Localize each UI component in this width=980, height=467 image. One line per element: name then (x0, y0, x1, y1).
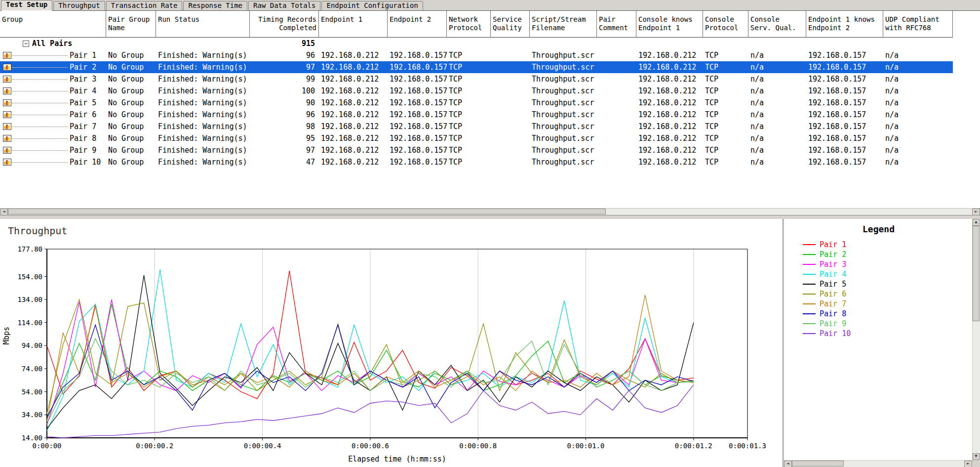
cell: Throughput.scr (530, 132, 597, 144)
cell: 192.168.0.157 (388, 144, 447, 156)
pair-icon (3, 52, 11, 59)
tab-test-setup[interactable]: Test Setup (1, 0, 52, 11)
pane-splitter[interactable] (0, 215, 980, 219)
scrollbar-thumb[interactable] (8, 209, 606, 214)
y-tick-label: 14.00 (22, 434, 42, 442)
cell: 192.168.0.212 (319, 49, 388, 61)
scroll-left-icon[interactable]: ◄ (0, 209, 8, 215)
scrollbar-thumb[interactable] (792, 461, 844, 467)
column-header[interactable]: Console knows Endpoint 1 (636, 11, 703, 38)
cell: TCP (447, 156, 491, 168)
cell: TCP (703, 49, 748, 61)
table-row-pair-3[interactable]: Pair 3No GroupFinished: Warning(s)99192.… (0, 73, 953, 85)
column-header[interactable]: Service Quality (491, 11, 530, 38)
table-row-pair-7[interactable]: Pair 7No GroupFinished: Warning(s)98192.… (0, 121, 953, 132)
column-header[interactable]: Script/Stream Filename (530, 11, 597, 38)
cell: TCP (703, 85, 748, 97)
tab-transaction-rate[interactable]: Transaction Rate (106, 1, 183, 10)
column-header[interactable]: Console Protocol (703, 11, 748, 38)
legend-entry: Pair 10 (803, 329, 851, 339)
tab-throughput[interactable]: Throughput (53, 1, 105, 10)
column-header[interactable]: UDP Compliant with RFC768 (883, 11, 953, 38)
cell: TCP (447, 97, 491, 109)
scroll-right-icon[interactable]: ► (972, 209, 980, 215)
scrollbar-thumb[interactable] (973, 226, 980, 321)
cell: n/a (748, 85, 806, 97)
pair-label: Pair 2 (70, 61, 96, 73)
tree-connector (12, 127, 68, 127)
cell (491, 97, 530, 109)
cell: TCP (703, 144, 748, 156)
tab-raw-data-totals[interactable]: Raw Data Totals (248, 1, 320, 10)
legend-vertical-scrollbar[interactable]: ▲ ▼ (972, 219, 980, 460)
table-row-pair-6[interactable]: Pair 6No GroupFinished: Warning(s)96192.… (0, 109, 953, 121)
cell: 192.168.0.157 (388, 121, 447, 132)
scrollbar-track[interactable] (973, 226, 980, 453)
cell: n/a (748, 121, 806, 132)
cell: n/a (883, 121, 953, 132)
cell: 192.168.0.212 (319, 61, 388, 73)
cell: 192.168.0.212 (636, 85, 703, 97)
column-header[interactable]: Pair Comment (597, 11, 636, 38)
cell: No Group (106, 156, 156, 168)
legend-entry: Pair 8 (803, 309, 851, 319)
y-tick-label: 74.00 (22, 365, 42, 373)
column-header[interactable]: Endpoint 1 knows Endpoint 2 (806, 11, 883, 38)
cell (597, 49, 636, 61)
scroll-left-icon[interactable]: ◄ (784, 461, 792, 467)
table-row-all-pairs[interactable]: −All Pairs915 (0, 38, 953, 49)
scrollbar-track[interactable] (8, 209, 972, 215)
cell: TCP (447, 109, 491, 121)
scrollbar-track[interactable] (792, 461, 964, 467)
legend-label: Pair 2 (820, 250, 846, 259)
group-cell: Pair 8 (0, 132, 106, 144)
tab-endpoint-configuration[interactable]: Endpoint Configuration (321, 1, 423, 10)
cell: Finished: Warning(s) (156, 61, 250, 73)
table-horizontal-scrollbar[interactable]: ◄ ► (0, 208, 980, 215)
column-header[interactable]: Endpoint 1 (319, 11, 388, 38)
column-header[interactable]: Pair Group Name (106, 11, 156, 38)
legend-horizontal-scrollbar[interactable]: ◄ ► (784, 460, 972, 467)
throughput-chart: 177.80154.00134.00114.0094.0074.0054.003… (0, 219, 783, 467)
cell: 192.168.0.212 (319, 132, 388, 144)
table-row-pair-4[interactable]: Pair 4No GroupFinished: Warning(s)100192… (0, 85, 953, 97)
column-header[interactable]: Console Serv. Qual. (748, 11, 806, 38)
column-header[interactable]: Network Protocol (447, 11, 491, 38)
column-header[interactable]: Endpoint 2 (388, 11, 447, 38)
cell: 915 (250, 38, 319, 49)
tree-connector (12, 79, 68, 80)
y-tick-label: 94.00 (22, 341, 42, 349)
x-tick-label: 0:00:01.0 (567, 442, 605, 450)
cell: Finished: Warning(s) (156, 121, 250, 132)
table-row-pair-9[interactable]: Pair 9No GroupFinished: Warning(s)97192.… (0, 144, 953, 156)
column-header[interactable]: Group (0, 11, 106, 38)
table-row-pair-2[interactable]: Pair 2No GroupFinished: Warning(s)97192.… (0, 61, 953, 73)
legend-line-sample (803, 254, 816, 255)
cell (447, 38, 491, 49)
group-cell: Pair 2 (0, 61, 106, 73)
cell: 192.168.0.157 (806, 73, 883, 85)
table-body: −All Pairs915 Pair 1No GroupFinished: Wa… (0, 38, 980, 168)
table-row-pair-5[interactable]: Pair 5No GroupFinished: Warning(s)90192.… (0, 97, 953, 109)
pair-icon (3, 111, 11, 118)
cell: Throughput.scr (530, 109, 597, 121)
table-row-pair-10[interactable]: Pair 10No GroupFinished: Warning(s)47192… (0, 156, 953, 168)
column-header[interactable]: Run Status (156, 11, 250, 38)
collapse-icon[interactable]: − (23, 41, 29, 47)
legend-line-sample (803, 264, 816, 265)
scroll-up-icon[interactable]: ▲ (973, 219, 980, 226)
scroll-right-icon[interactable]: ► (964, 461, 972, 467)
scroll-down-icon[interactable]: ▼ (973, 453, 980, 460)
legend-entry: Pair 9 (803, 319, 851, 329)
table-row-pair-1[interactable]: Pair 1No GroupFinished: Warning(s)96192.… (0, 49, 953, 61)
cell (491, 49, 530, 61)
column-header[interactable]: Timing Records Completed (250, 11, 319, 38)
cell (491, 156, 530, 168)
cell: TCP (703, 61, 748, 73)
table-row-pair-8[interactable]: Pair 8No GroupFinished: Warning(s)95192.… (0, 132, 953, 144)
cell: TCP (447, 49, 491, 61)
tab-response-time[interactable]: Response Time (183, 1, 247, 10)
cell: Throughput.scr (530, 85, 597, 97)
cell: TCP (447, 121, 491, 132)
cell: TCP (703, 97, 748, 109)
